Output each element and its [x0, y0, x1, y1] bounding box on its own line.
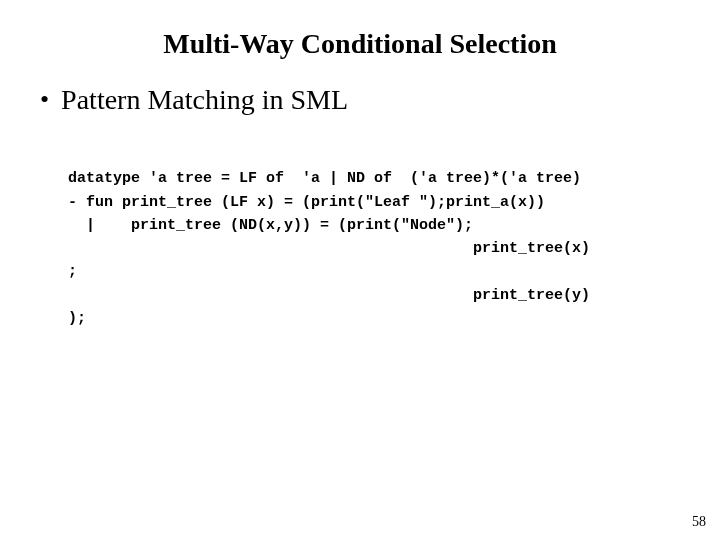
- page-number: 58: [692, 514, 706, 530]
- code-block: datatype 'a tree = LF of 'a | ND of ('a …: [68, 144, 680, 330]
- slide-title: Multi-Way Conditional Selection: [40, 28, 680, 60]
- code-line: - fun print_tree (LF x) = (print("Leaf "…: [68, 194, 545, 211]
- code-line: datatype 'a tree = LF of 'a | ND of ('a …: [68, 170, 581, 187]
- code-line: print_tree(y): [68, 287, 590, 304]
- slide: Multi-Way Conditional Selection • Patter…: [0, 0, 720, 540]
- bullet-text: Pattern Matching in SML: [61, 84, 348, 116]
- code-line: ;: [68, 263, 77, 280]
- bullet-item: • Pattern Matching in SML: [40, 84, 680, 116]
- code-line: | print_tree (ND(x,y)) = (print("Node");: [68, 217, 473, 234]
- bullet-dot-icon: •: [40, 84, 49, 116]
- code-line: print_tree(x): [68, 240, 590, 257]
- code-line: );: [68, 310, 86, 327]
